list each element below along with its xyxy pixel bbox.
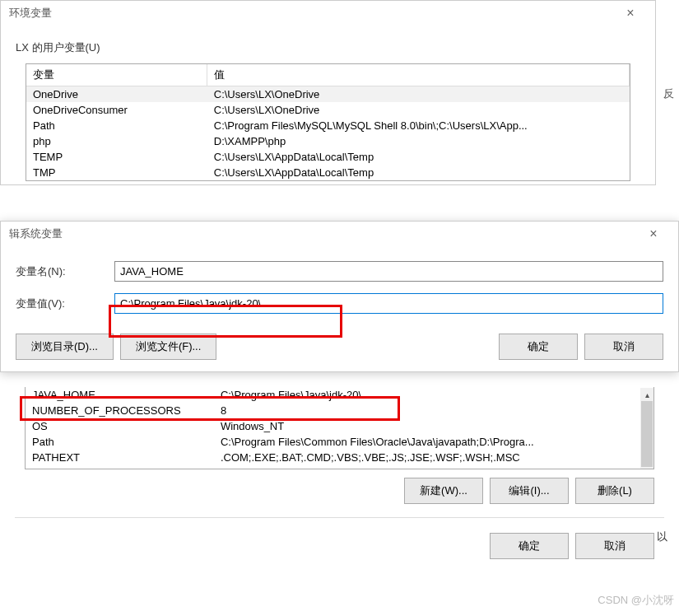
edit-button[interactable]: 编辑(I)... <box>490 478 569 504</box>
cell-val: C:\Users\LX\AppData\Local\Temp <box>207 149 630 165</box>
table-row[interactable]: TEMPC:\Users\LX\AppData\Local\Temp <box>26 149 630 165</box>
table-row[interactable]: PathC:\Program Files\Common Files\Oracle… <box>26 434 653 450</box>
cell-var: OS <box>26 418 214 434</box>
cell-val: C:\Users\LX\OneDrive <box>207 86 630 103</box>
browse-directory-button[interactable]: 浏览目录(D)... <box>16 334 114 360</box>
background-text: 以 <box>657 530 667 544</box>
title-bar: 环境变量 × <box>1 1 655 26</box>
variable-value-label: 变量值(V): <box>16 296 114 311</box>
dialog-title: 环境变量 <box>9 6 52 21</box>
table-row[interactable]: PATHEXT.COM;.EXE;.BAT;.CMD;.VBS;.VBE;.JS… <box>26 450 653 465</box>
user-variables-label: LX 的用户变量(U) <box>1 35 655 55</box>
scroll-up-icon[interactable]: ▴ <box>640 388 653 401</box>
table-row[interactable]: NUMBER_OF_PROCESSORS8 <box>26 403 653 418</box>
scroll-thumb[interactable] <box>641 401 653 467</box>
column-header-variable[interactable]: 变量 <box>26 64 207 86</box>
cell-val: C:\Program Files\Common Files\Oracle\Jav… <box>214 434 653 450</box>
edit-dialog-title: 辑系统变量 <box>9 226 63 241</box>
variable-name-input[interactable] <box>114 261 663 282</box>
system-variables-section: JAVA_HOMEC:\Program Files\Java\jdk-20\ N… <box>0 387 679 569</box>
cell-val: D:\XAMPP\php <box>207 133 630 149</box>
table-row[interactable] <box>26 465 653 469</box>
table-row[interactable]: OneDriveConsumerC:\Users\LX\OneDrive <box>26 102 630 118</box>
close-icon[interactable]: × <box>614 6 647 21</box>
cell-var: php <box>26 133 207 149</box>
cell-var <box>26 465 214 469</box>
edit-system-variable-dialog: 辑系统变量 × 变量名(N): 变量值(V): 浏览目录(D)... 浏览文件(… <box>0 221 679 372</box>
cell-var: PATHEXT <box>26 450 214 465</box>
edit-title-bar: 辑系统变量 × <box>1 222 678 246</box>
table-row[interactable]: OneDriveC:\Users\LX\OneDrive <box>26 86 630 103</box>
delete-button[interactable]: 删除(L) <box>575 478 654 504</box>
table-row[interactable]: phpD:\XAMPP\php <box>26 133 630 149</box>
cell-val: C:\Program Files\MySQL\MySQL Shell 8.0\b… <box>207 118 630 133</box>
column-header-value[interactable]: 值 <box>207 64 630 86</box>
cell-var: Path <box>26 118 207 133</box>
table-row[interactable]: PathC:\Program Files\MySQL\MySQL Shell 8… <box>26 118 630 133</box>
background-text: 反 <box>663 86 674 101</box>
cell-val: 8 <box>214 403 653 418</box>
cell-var: TEMP <box>26 149 207 165</box>
variable-value-input[interactable] <box>114 293 663 314</box>
cell-val: C:\Users\LX\AppData\Local\Temp <box>207 165 630 180</box>
watermark-text: CSDN @小沈呀 <box>598 593 674 608</box>
cell-val <box>214 465 653 469</box>
cell-val: .COM;.EXE;.BAT;.CMD;.VBS;.VBE;.JS;.JSE;.… <box>214 450 653 465</box>
table-row[interactable]: TMPC:\Users\LX\AppData\Local\Temp <box>26 165 630 180</box>
cell-val: C:\Program Files\Java\jdk-20\ <box>214 387 653 403</box>
environment-variables-dialog: 环境变量 × LX 的用户变量(U) 变量 值 OneDriveC:\Users… <box>0 0 656 185</box>
browse-file-button[interactable]: 浏览文件(F)... <box>120 334 216 360</box>
cell-var: OneDriveConsumer <box>26 102 207 118</box>
table-row[interactable]: JAVA_HOMEC:\Program Files\Java\jdk-20\ <box>26 387 653 403</box>
cell-val: C:\Users\LX\OneDrive <box>207 102 630 118</box>
variable-name-label: 变量名(N): <box>16 264 114 279</box>
cell-val: Windows_NT <box>214 418 653 434</box>
final-cancel-button[interactable]: 取消 <box>575 533 654 559</box>
user-variables-table: 变量 值 OneDriveC:\Users\LX\OneDrive OneDri… <box>26 63 630 181</box>
cell-var: Path <box>26 434 214 450</box>
cancel-button[interactable]: 取消 <box>584 334 663 360</box>
cell-var: TMP <box>26 165 207 180</box>
cell-var: OneDrive <box>26 86 207 103</box>
final-ok-button[interactable]: 确定 <box>490 533 569 559</box>
close-icon[interactable]: × <box>637 226 670 241</box>
cell-var: JAVA_HOME <box>26 387 214 403</box>
ok-button[interactable]: 确定 <box>499 334 578 360</box>
cell-var: NUMBER_OF_PROCESSORS <box>26 403 214 418</box>
table-row[interactable]: OSWindows_NT <box>26 418 653 434</box>
scrollbar[interactable]: ▴ <box>640 388 653 469</box>
new-button[interactable]: 新建(W)... <box>404 478 483 504</box>
